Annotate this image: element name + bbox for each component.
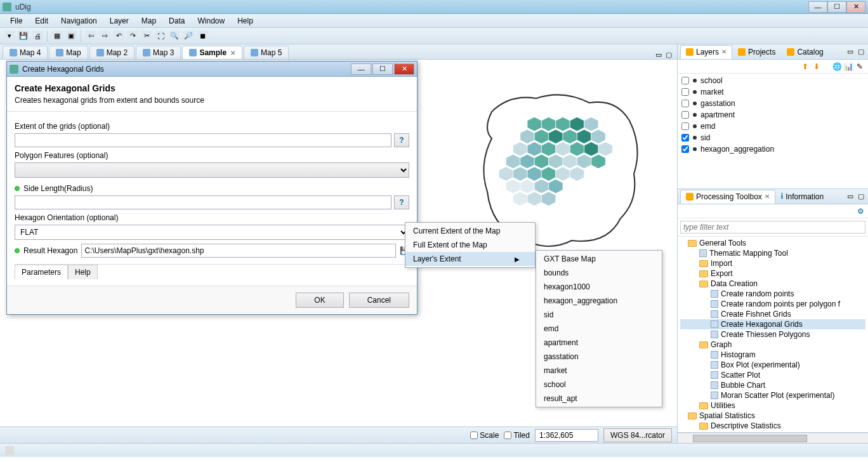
tree-tool[interactable]: Create Fishnet Grids [680,309,865,319]
tree-tool[interactable]: Create Thiessen Polygons [680,329,865,340]
layer-row[interactable]: hexagon_aggregation [680,143,865,155]
dialog-minimize-button[interactable]: — [351,63,371,75]
maximize-view-icon[interactable]: ▢ [664,50,673,59]
filter-input[interactable] [680,221,865,234]
context-menu-item[interactable]: apartment [536,336,662,350]
chart-icon[interactable]: 📊 [844,62,853,71]
save-icon[interactable]: 💾 [18,30,29,42]
context-menu-item[interactable]: GXT Base Map [536,252,662,266]
context-menu-item[interactable]: bounds [536,266,662,280]
close-icon[interactable]: ✕ [721,48,727,55]
polygon-select[interactable] [15,162,409,178]
panel-tab-projects[interactable]: Projects [732,45,781,59]
layer-checkbox[interactable] [681,122,689,130]
result-input[interactable] [81,244,396,258]
layer-checkbox[interactable] [681,145,689,153]
context-menu-item[interactable]: Current Extent of the Map [405,224,535,238]
dialog-titlebar[interactable]: Create Hexagonal Grids — ☐ ✕ [7,62,417,77]
tree-tool[interactable]: Create Hexagonal Grids [680,319,865,329]
menu-help[interactable]: Help [231,15,260,27]
layer-row[interactable]: sid [680,132,865,143]
menu-file[interactable]: File [4,15,29,27]
dialog-close-button[interactable]: ✕ [394,63,414,75]
grid-icon[interactable]: ▦ [51,30,63,42]
up-icon[interactable]: ⬆ [801,62,810,71]
panel-tab-catalog[interactable]: Catalog [781,45,829,59]
ok-button[interactable]: OK [296,293,343,308]
menu-window[interactable]: Window [191,15,231,27]
maximize-panel-icon[interactable]: ▢ [857,48,865,56]
tree-tool[interactable]: Moran Scatter Plot (experimental) [680,390,865,400]
redo-icon[interactable]: ↷ [127,30,138,42]
zoomout-icon[interactable]: 🔎 [183,30,194,42]
layer-checkbox[interactable] [681,88,689,96]
tree-folder[interactable]: Descriptive Statistics [680,421,865,431]
tree-folder[interactable]: Import [680,258,865,268]
tree-tool[interactable]: Bubble Chart [680,380,865,390]
context-menu-item[interactable]: result_apt [536,392,662,406]
tree-tool[interactable]: Thematic Mapping Tool [680,248,865,258]
menu-map[interactable]: Map [135,15,162,27]
panel-tab-layers[interactable]: Layers ✕ [680,45,732,59]
tree-folder[interactable]: Export [680,268,865,279]
scale-checkbox[interactable]: Scale [470,431,499,440]
tree-folder[interactable]: General Tools [680,238,865,248]
stop-icon[interactable]: ◼ [197,30,208,42]
context-menu-item[interactable]: school [536,378,662,392]
maximize-panel-icon[interactable]: ▢ [857,192,865,201]
tiled-checkbox[interactable]: Tiled [504,431,530,440]
context-menu-item[interactable]: market [536,364,662,378]
map-tab[interactable]: Map 4 [3,46,48,59]
layout-icon[interactable]: ▣ [65,30,77,42]
layer-checkbox[interactable] [681,111,689,119]
layer-checkbox[interactable] [681,100,689,107]
menu-edit[interactable]: Edit [29,15,55,27]
minimize-button[interactable]: — [808,1,827,13]
context-menu-item[interactable]: emd [536,322,662,336]
scale-combo[interactable]: 1:362,605 [535,429,598,442]
tree-folder[interactable]: Utilities [680,400,865,411]
tree-tool[interactable]: Box Plot (experimental) [680,360,865,370]
edit-icon[interactable]: ✎ [855,62,864,71]
tree-tool[interactable]: Scatter Plot [680,370,865,380]
maximize-button[interactable]: ☐ [827,1,846,13]
undo-icon[interactable]: ↶ [113,30,124,42]
map-tab[interactable]: Map 2 [89,46,135,59]
layer-row[interactable]: gasstation [680,98,865,109]
toolbox-tree[interactable]: General ToolsThematic Mapping ToolImport… [678,237,868,433]
layer-row[interactable]: school [680,75,865,86]
extent-input[interactable] [15,133,391,147]
context-menu-item[interactable]: Full Extent of the Map [405,238,535,252]
horizontal-scrollbar[interactable] [678,433,868,443]
cancel-button[interactable]: Cancel [349,293,409,308]
sidelen-input[interactable] [15,195,391,209]
map-tab[interactable]: Sample✕ [182,46,242,59]
tree-tool[interactable]: Create random points [680,289,865,299]
new-icon[interactable]: ▾ [4,30,15,42]
layer-row[interactable]: market [680,86,865,98]
tree-folder[interactable]: Spatial Statistics [680,411,865,421]
tree-tool[interactable]: Create random points per polygon f [680,299,865,309]
tree-folder[interactable]: Data Creation [680,279,865,289]
panel-tab[interactable]: Processing Toolbox ✕ [680,190,775,204]
menu-data[interactable]: Data [162,15,191,27]
gear-icon[interactable]: ⚙ [857,207,864,216]
close-icon[interactable]: ✕ [230,50,235,56]
map-tab[interactable]: Map 5 [244,46,289,59]
orientation-select[interactable]: FLAT [15,225,409,240]
close-icon[interactable]: ✕ [765,193,770,200]
minimize-view-icon[interactable]: ▭ [654,50,663,59]
minimize-panel-icon[interactable]: ▭ [846,192,855,201]
forward-icon[interactable]: ⇨ [99,30,110,42]
back-icon[interactable]: ⇦ [85,30,96,42]
layer-row[interactable]: emd [680,121,865,132]
minimize-panel-icon[interactable]: ▭ [846,48,855,56]
print-icon[interactable]: 🖨 [32,30,43,42]
zoomin-icon[interactable]: 🔍 [169,30,180,42]
extent-icon[interactable]: ⛶ [155,30,166,42]
globe-icon[interactable]: 🌐 [832,62,841,71]
context-menu-item[interactable]: hexagon1000 [536,280,662,294]
context-menu-item[interactable]: sid [536,308,662,322]
tab-help[interactable]: Help [68,265,98,279]
layer-checkbox[interactable] [681,134,689,142]
